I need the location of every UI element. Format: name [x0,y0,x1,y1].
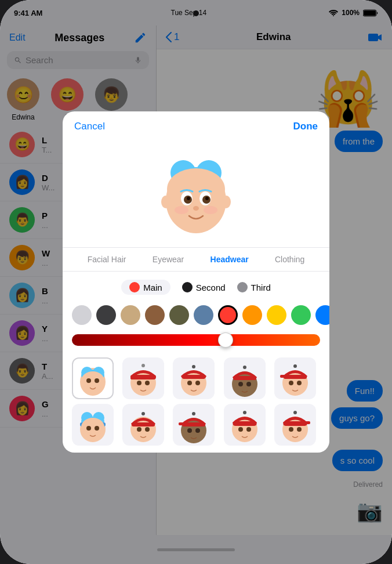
svg-point-76 [289,427,293,432]
headwear-preview-cap3 [227,360,262,397]
headwear-option-cap7[interactable] [224,404,266,446]
svg-rect-63 [179,422,184,425]
headwear-option-cap8[interactable] [274,404,316,446]
color-slider[interactable] [72,334,320,346]
svg-point-70 [238,427,243,432]
svg-point-40 [238,382,243,386]
swatch-tan[interactable] [121,305,140,325]
headwear-option-cap6[interactable] [173,404,215,446]
svg-point-25 [95,378,99,383]
svg-point-29 [141,364,145,367]
tab-clothing[interactable]: Clothing [270,252,309,266]
headwear-preview-none [75,360,110,397]
color-tab-third[interactable]: Third [237,280,271,295]
memoji-preview [63,137,329,247]
svg-point-58 [141,412,145,415]
headwear-option-cap4[interactable] [274,357,316,399]
headwear-preview-band [75,406,110,443]
svg-point-15 [161,196,170,208]
svg-point-31 [145,381,150,385]
headwear-preview-cap5 [126,406,161,443]
tab-headwear[interactable]: Headwear [206,252,253,266]
svg-rect-73 [284,421,307,426]
svg-point-39 [243,366,246,369]
headwear-option-cap3[interactable] [224,357,266,399]
svg-point-16 [222,196,231,208]
headwear-preview-cap2 [176,360,211,397]
svg-point-17 [175,206,188,214]
modal-top-bar: Cancel Done [63,111,329,137]
svg-point-35 [187,381,192,385]
swatch-red[interactable] [218,305,238,325]
svg-rect-28 [130,377,135,379]
swatch-olive[interactable] [169,305,189,325]
svg-point-54 [86,426,91,431]
swatch-orange[interactable] [242,305,262,325]
svg-point-45 [293,364,297,368]
svg-point-18 [204,206,217,214]
svg-point-41 [246,382,251,386]
headwear-grid [63,350,329,453]
color-tab-main[interactable]: Main [121,280,170,295]
category-tabs: Facial Hair Eyewear Headwear Clothing [63,247,329,272]
headwear-preview-cap1 [126,360,161,397]
slider-container[interactable] [63,330,329,350]
color-tab-main-label: Main [143,283,162,292]
svg-point-12 [187,197,190,200]
swatch-steel[interactable] [194,305,213,325]
headwear-option-cap5[interactable] [122,404,164,446]
color-swatches [63,301,329,330]
svg-point-14 [193,206,199,211]
tab-eyewear[interactable]: Eyewear [148,252,188,266]
svg-point-71 [246,427,251,432]
svg-point-60 [145,427,150,432]
modal-sheet: Cancel Done [63,111,329,453]
third-color-dot [237,282,248,292]
svg-point-66 [195,428,200,433]
swatch-gray[interactable] [72,305,92,325]
svg-rect-68 [233,421,256,426]
headwear-preview-cap8 [278,406,313,443]
device-frame: 9:41 AM Tue Sep 14 100% Edit Messages [0,0,392,564]
headwear-option-cap2[interactable] [173,357,215,399]
color-tab-second[interactable]: Second [182,280,226,295]
svg-point-55 [95,426,99,431]
swatch-green[interactable] [291,305,311,325]
headwear-preview-cap4 [278,360,313,397]
cancel-button[interactable]: Cancel [74,121,105,132]
tab-facial-hair[interactable]: Facial Hair [83,252,131,266]
svg-rect-38 [233,376,256,380]
headwear-option-cap1[interactable] [122,357,164,399]
svg-rect-74 [304,421,310,424]
svg-point-30 [137,381,141,385]
swatch-yellow[interactable] [267,305,286,325]
slider-thumb[interactable] [218,332,233,348]
svg-rect-33 [182,375,205,379]
svg-point-69 [243,411,246,414]
svg-point-59 [137,427,141,432]
headwear-option-band[interactable] [72,404,114,446]
svg-point-77 [297,427,302,432]
svg-point-34 [192,365,195,368]
swatch-darkgray[interactable] [96,305,116,325]
headwear-preview-cap6 [176,406,211,443]
main-color-dot [129,282,140,292]
svg-point-53 [81,418,104,436]
svg-point-65 [187,428,192,433]
second-color-dot [182,282,193,292]
color-tabs: Main Second Third [63,272,329,301]
swatch-blue[interactable] [315,305,329,325]
svg-point-75 [293,411,297,414]
svg-point-46 [289,381,293,385]
svg-point-36 [195,381,200,385]
headwear-option-none[interactable] [72,357,114,399]
svg-point-7 [167,168,225,210]
swatch-brown[interactable] [145,305,165,325]
done-button[interactable]: Done [293,121,318,132]
svg-point-13 [205,197,209,200]
memoji-avatar [155,143,237,236]
color-tab-second-label: Second [196,283,226,292]
svg-rect-44 [280,375,286,378]
modal-overlay: Cancel Done [0,0,392,564]
svg-rect-43 [284,375,307,379]
